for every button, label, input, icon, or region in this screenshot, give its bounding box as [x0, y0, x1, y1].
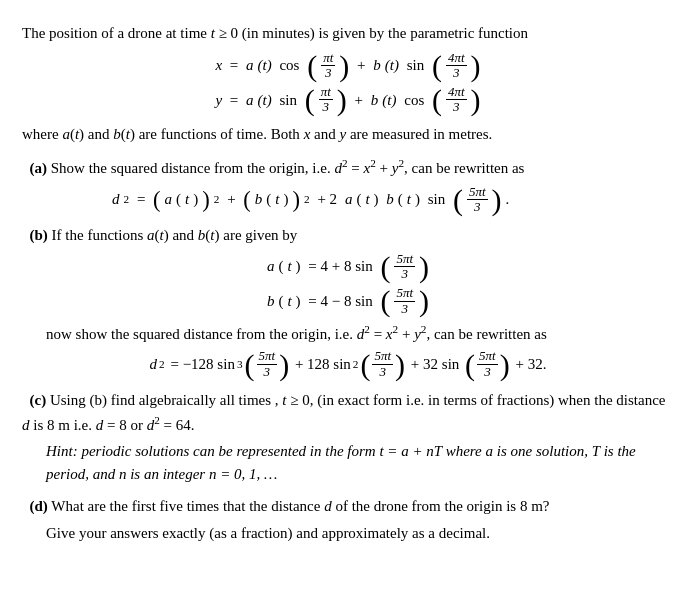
part-b-eq-b: b(t) = 4 − 8 sin ( 5πt3 ): [22, 286, 674, 316]
part-b-text2: now show the squared distance from the o…: [46, 321, 674, 346]
part-c-hint: Hint: periodic solutions can be represen…: [46, 440, 674, 485]
part-b-label: (b): [30, 227, 48, 243]
part-a-intro: (a) Show the squared distance from the o…: [22, 155, 674, 180]
part-b-eq-a: a(t) = 4 + 8 sin ( 5πt3 ): [22, 252, 674, 282]
part-a-label: (a): [30, 160, 48, 176]
where-text: where a(t) and b(t) are functions of tim…: [22, 123, 674, 146]
part-b-eq2: d2 = −128 sin3 ( 5πt3 ) + 128 sin2 ( 5πt…: [22, 349, 674, 379]
part-c-label: (c): [30, 392, 47, 408]
intro-text: The position of a drone at time t ≥ 0 (i…: [22, 22, 674, 45]
part-d-label: (d): [30, 498, 48, 514]
part-a-eq: d2 = (a(t))2 + (b(t))2 + 2 a(t) b(t) sin…: [52, 185, 674, 215]
eq-x: x = a(t) cos ( πt3 ) + b(t) sin ( 4πt3 ): [22, 51, 674, 81]
part-d-text2: Give your answers exactly (as a fraction…: [46, 522, 674, 545]
part-d-intro: (d) What are the first five times that t…: [22, 495, 674, 518]
part-b-intro: (b) If the functions a(t) and b(t) are g…: [22, 224, 674, 247]
eq-y: y = a(t) sin ( πt3 ) + b(t) cos ( 4πt3 ): [22, 85, 674, 115]
part-c-intro: (c) Using (b) find algebraically all tim…: [22, 389, 674, 436]
